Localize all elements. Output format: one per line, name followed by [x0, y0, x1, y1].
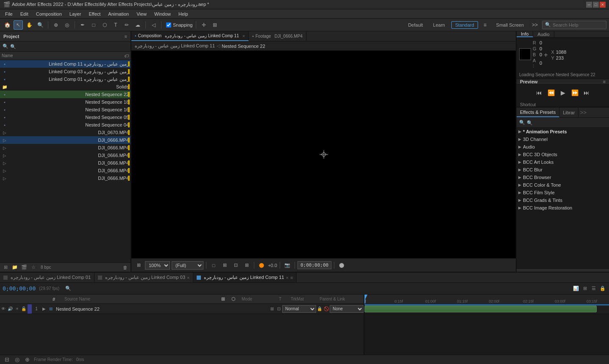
project-item-8[interactable]: ▪ Nested Sequence 05 — [0, 113, 131, 121]
project-item-2[interactable]: ▪ زمین عباس - رودبارچره Linked Comp 03 — [0, 68, 131, 75]
workspace-smallscreen[interactable]: Small Screen — [492, 21, 528, 29]
effects-item-4[interactable]: ▶ BCC Art Looks — [517, 158, 609, 166]
workspace-menu[interactable]: ≡ — [481, 20, 490, 30]
solo-button[interactable]: ☆ — [30, 264, 37, 271]
tl-zoom-out-btn[interactable]: ⊟ — [3, 356, 10, 363]
project-item-15[interactable]: ▷ DJI_0666.MP4 — [0, 167, 131, 174]
viewer-boost-btn[interactable]: +0.0 — [268, 261, 277, 270]
viewer-always-preview[interactable]: ⬤ — [337, 261, 346, 270]
ellipse-tool[interactable]: ⬡ — [100, 20, 109, 30]
project-menu-icon[interactable]: ≡ — [125, 34, 127, 39]
effects-item-7[interactable]: ▶ BCC Color & Tone — [517, 181, 609, 189]
viewer-tab-comp[interactable]: ▪ Composition زمین عباس - رودبارچره Link… — [131, 31, 249, 41]
tl-search-btn[interactable]: 🔍 — [64, 285, 72, 292]
project-item-6[interactable]: ▪ Nested Sequence 18 — [0, 98, 131, 106]
project-item-7[interactable]: ▪ Nested Sequence 16 — [0, 106, 131, 113]
viewer-fit-btn[interactable]: ⊞ — [134, 261, 143, 270]
project-item-1[interactable]: ▪ زمین عباس - رودبارچره Linked Comp 11 — [0, 60, 131, 68]
effects-tab-library[interactable]: Librar — [559, 108, 578, 117]
menu-window[interactable]: Window — [151, 11, 174, 17]
timeline-tab-comp01[interactable]: زمین عباس - رودبارچره Linked Comp 01 — [0, 273, 95, 282]
prev-first-button[interactable]: ⏮ — [534, 88, 544, 97]
zoom-tool[interactable]: 🔍 — [36, 20, 45, 30]
viewer-canvas[interactable] — [131, 51, 516, 258]
effects-item-6[interactable]: ▶ BCC Browser — [517, 174, 609, 181]
viewer-transparency-btn[interactable]: ⊞ — [220, 261, 229, 270]
project-item-13[interactable]: ▷ DJI_0666.MP4 — [0, 152, 131, 159]
viewer-grid-btn[interactable]: ⊞ — [242, 261, 251, 270]
project-item-5[interactable]: ▪ Nested Sequence 22 — [0, 91, 131, 98]
viewer-tab-comp-close[interactable]: × — [242, 33, 245, 39]
grid-tool[interactable]: ⊞ — [210, 20, 220, 30]
preview-menu-icon[interactable]: ≡ — [603, 79, 606, 84]
project-item-11[interactable]: ▷ DJI_0666.MP4 — [0, 136, 131, 144]
viewer-region-btn[interactable]: □ — [209, 261, 218, 270]
menu-edit[interactable]: Edit — [17, 11, 32, 17]
minimize-button[interactable]: ─ — [586, 2, 592, 8]
tl-lock-btn[interactable]: 🔒 — [599, 285, 606, 292]
delete-button[interactable]: 🗑 — [121, 264, 129, 271]
tl-columns-btn[interactable]: ⊞ — [581, 285, 589, 292]
tl-layer-btn[interactable]: ☰ — [590, 285, 598, 292]
viewer-camera-btn[interactable]: 📷 — [283, 261, 292, 270]
effects-search-input[interactable] — [527, 120, 606, 125]
menu-file[interactable]: File — [2, 11, 16, 17]
viewer-color-btn[interactable]: ⬤ — [257, 261, 266, 270]
breadcrumb-nested[interactable]: Nested Sequence 22 — [222, 44, 265, 49]
clone-tool[interactable]: ☁ — [133, 20, 142, 30]
layer-solo-toggle-1[interactable]: ☀ — [14, 304, 20, 314]
project-item-9[interactable]: ▪ Nested Sequence 04 — [0, 121, 131, 129]
rect-tool[interactable]: □ — [89, 20, 98, 30]
prev-play-button[interactable]: ▶ — [558, 88, 567, 97]
maximize-button[interactable]: □ — [593, 2, 599, 8]
menu-composition[interactable]: Composition — [33, 11, 65, 17]
menu-animation[interactable]: Animation — [105, 11, 132, 17]
viewer-safe-zones-btn[interactable]: ⊡ — [231, 261, 240, 270]
snapping-checkbox[interactable] — [166, 22, 171, 28]
effects-item-10[interactable]: ▶ BCC Image Restoration — [517, 204, 609, 212]
tl-graph-btn[interactable]: 📊 — [572, 285, 580, 292]
tl-navigator-btn[interactable]: ◎ — [14, 356, 20, 363]
effects-scrollbar-handle[interactable] — [517, 269, 609, 272]
prev-forward-button[interactable]: ⏩ — [570, 88, 579, 97]
crosshair-tool[interactable]: ✛ — [199, 20, 209, 30]
workspace-default[interactable]: Default — [404, 21, 427, 29]
project-item-14[interactable]: ▷ DJI_0666.MP4 — [0, 159, 131, 167]
close-button[interactable]: ✕ — [600, 2, 606, 8]
layer-parent-select-1[interactable]: None — [330, 305, 364, 313]
new-comp-button[interactable]: ⊞ — [2, 264, 9, 271]
brush-tool[interactable]: ✏ — [122, 20, 131, 30]
effects-item-3[interactable]: ▶ BCC 3D Objects — [517, 151, 609, 158]
type-tool[interactable]: T — [111, 20, 120, 30]
tl-zoom-in-btn[interactable]: ⊕ — [24, 356, 31, 363]
timeline-tab-comp11[interactable]: زمین عباس - رودبارچره Linked Comp 11 × ≡ — [193, 273, 297, 282]
viewer-zoom-select[interactable]: 100% 50% 200% Fit — [145, 261, 170, 270]
home-tool[interactable]: 🏠 — [3, 20, 12, 30]
info-tab-audio[interactable]: Audio — [533, 31, 554, 37]
effects-tab-effects[interactable]: Effects & Presets — [517, 108, 559, 117]
menu-layer[interactable]: Layer — [66, 11, 85, 17]
timeline-tab-comp11-menu[interactable]: ≡ — [290, 275, 293, 280]
info-tab-info[interactable]: Info — [517, 31, 533, 37]
prev-last-button[interactable]: ⏭ — [582, 88, 591, 97]
effects-item-2[interactable]: ▶ Audio — [517, 143, 609, 151]
menu-view[interactable]: View — [133, 11, 150, 17]
effects-overflow-button[interactable]: >> — [579, 108, 587, 117]
new-folder-button[interactable]: 📁 — [11, 264, 19, 271]
effects-item-8[interactable]: ▶ BCC Film Style — [517, 189, 609, 196]
layer-mode-select-1[interactable]: Normal Add Multiply — [282, 305, 316, 313]
layer-switches-btn-1[interactable]: ⊞ — [269, 306, 275, 312]
search-help-input[interactable] — [553, 22, 603, 28]
project-item-4[interactable]: 📁 Solids — [0, 83, 131, 91]
layer-expand-btn-1[interactable]: ▶ — [41, 306, 47, 312]
prev-back-button[interactable]: ⏪ — [546, 88, 556, 97]
effects-item-1[interactable]: ▶ 3D Channel — [517, 135, 609, 143]
footage-button[interactable]: 🎬 — [20, 264, 28, 271]
menu-help[interactable]: Help — [175, 11, 192, 17]
puppet-tool[interactable]: ◁ — [149, 20, 158, 30]
project-item-10[interactable]: ▷ DJI_0670.MP4 — [0, 129, 131, 136]
hand-tool[interactable]: ✋ — [25, 20, 34, 30]
orbit-tool[interactable]: ◎ — [62, 20, 72, 30]
timeline-tab-comp11-close[interactable]: × — [286, 275, 288, 280]
viewer-quality-select[interactable]: (Full) (Half) (Quarter) — [172, 261, 203, 270]
